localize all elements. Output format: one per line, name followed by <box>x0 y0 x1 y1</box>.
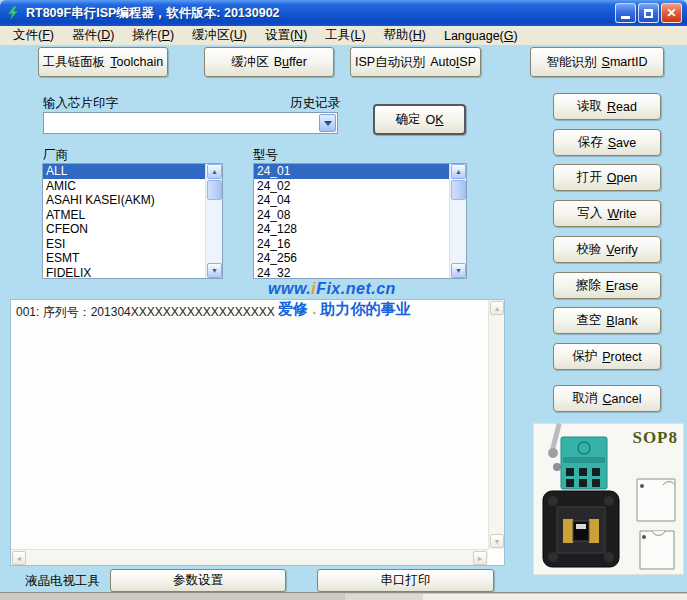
minimize-button[interactable] <box>615 3 636 23</box>
list-item[interactable]: CFEON <box>43 222 205 237</box>
manufacturer-scrollbar[interactable]: ▲ ▼ <box>205 164 222 278</box>
list-item[interactable]: ATMEL <box>43 208 205 223</box>
menu-item-settings[interactable]: 设置(N) <box>256 27 316 44</box>
model-label: 型号 <box>253 147 278 164</box>
scroll-down-icon[interactable]: ▼ <box>451 263 466 278</box>
list-item[interactable]: 24_04 <box>254 193 449 208</box>
chip-input-label: 输入芯片印字 <box>43 95 118 112</box>
protect-button[interactable]: 保护Protect <box>553 343 661 370</box>
log-vertical-scrollbar[interactable]: ▲ ▼ <box>488 300 504 549</box>
window-controls: ✕ <box>615 3 682 23</box>
menu-item-device[interactable]: 器件(D) <box>63 27 123 44</box>
close-button[interactable]: ✕ <box>661 3 682 23</box>
write-button[interactable]: 写入Write <box>553 200 661 227</box>
list-item[interactable]: 24_02 <box>254 179 449 194</box>
menu-item-language[interactable]: Language(G) <box>435 29 527 43</box>
scrollbar-thumb[interactable] <box>451 180 466 200</box>
read-button[interactable]: 读取Read <box>553 93 661 120</box>
model-scrollbar[interactable]: ▲ ▼ <box>449 164 466 278</box>
smartid-button[interactable]: 智能识别SmartID <box>530 47 664 77</box>
manufacturer-listbox[interactable]: ALL AMIC ASAHI KASEI(AKM) ATMEL CFEON ES… <box>42 163 223 279</box>
watermark-slogan: 爱修 . 助力你的事业 <box>278 300 411 319</box>
open-button[interactable]: 打开Open <box>553 164 661 191</box>
list-item[interactable]: ASAHI KASEI(AKM) <box>43 193 205 208</box>
sop8-caption: SOP8 <box>632 428 678 448</box>
menu-item-buffer[interactable]: 缓冲区(U) <box>183 27 256 44</box>
list-item[interactable]: ESI <box>43 237 205 252</box>
list-item[interactable]: FIDELIX <box>43 266 205 280</box>
autoisp-button[interactable]: ISP自动识别AutoISP <box>350 47 481 77</box>
list-item[interactable]: ESMT <box>43 251 205 266</box>
scroll-up-icon[interactable]: ▲ <box>451 164 466 179</box>
list-item[interactable]: 24_01 <box>254 164 449 179</box>
scroll-up-icon[interactable]: ▲ <box>490 301 504 315</box>
app-icon <box>5 5 21 21</box>
window-title: RT809F串行ISP编程器，软件版本: 20130902 <box>26 5 280 22</box>
scroll-up-icon[interactable]: ▲ <box>207 164 222 179</box>
close-icon: ✕ <box>666 7 676 19</box>
list-item[interactable]: AMIC <box>43 179 205 194</box>
scroll-down-icon[interactable]: ▼ <box>490 534 504 548</box>
model-listbox[interactable]: 24_01 24_02 24_04 24_08 24_128 24_16 24_… <box>253 163 467 279</box>
menu-item-operation[interactable]: 操作(P) <box>123 27 183 44</box>
watermark-url: www.iFix.net.cn <box>268 280 396 298</box>
maximize-icon <box>644 9 653 18</box>
list-item[interactable]: 24_08 <box>254 208 449 223</box>
minimize-icon <box>621 16 630 19</box>
chevron-down-icon <box>324 121 332 126</box>
menu-item-file[interactable]: 文件(F) <box>4 27 63 44</box>
scrollbar-thumb[interactable] <box>207 180 222 200</box>
titlebar[interactable]: RT809F串行ISP编程器，软件版本: 20130902 ✕ <box>0 0 687 26</box>
toolchain-button[interactable]: 工具链面板Toolchain <box>38 47 168 77</box>
save-button[interactable]: 保存Save <box>553 129 661 156</box>
scroll-down-icon[interactable]: ▼ <box>207 263 222 278</box>
maximize-button[interactable] <box>638 3 659 23</box>
buffer-button[interactable]: 缓冲区Buffer <box>204 47 334 77</box>
socket-photo: SOP8 <box>533 423 684 575</box>
blank-button[interactable]: 查空Blank <box>553 307 661 334</box>
log-horizontal-scrollbar[interactable]: ◄ ► <box>11 549 488 565</box>
manufacturer-label: 厂商 <box>43 147 68 164</box>
log-textarea[interactable]: 001: 序列号：201304XXXXXXXXXXXXXXXXXX ▲ ▼ ◄ … <box>10 299 505 566</box>
menubar: 文件(F) 器件(D) 操作(P) 缓冲区(U) 设置(N) 工具(L) 帮助(… <box>0 26 687 45</box>
menu-item-help[interactable]: 帮助(H) <box>375 27 435 44</box>
verify-button[interactable]: 校验Verify <box>553 236 661 263</box>
serial-number-line: 001: 序列号：201304XXXXXXXXXXXXXXXXXX <box>16 304 275 321</box>
scroll-right-icon[interactable]: ► <box>473 551 487 565</box>
list-item[interactable]: 24_16 <box>254 237 449 252</box>
history-label: 历史记录 <box>290 95 340 112</box>
list-item[interactable]: 24_128 <box>254 222 449 237</box>
ok-button[interactable]: 确定OK <box>373 104 466 135</box>
cancel-button[interactable]: 取消Cancel <box>553 385 661 412</box>
history-dropdown-button[interactable] <box>319 114 336 132</box>
lcd-tv-tools-label: 液晶电视工具 <box>25 573 100 590</box>
chip-input-combobox[interactable] <box>43 112 338 134</box>
menu-item-tools[interactable]: 工具(L) <box>316 27 374 44</box>
list-item[interactable]: 24_32 <box>254 266 449 280</box>
list-item[interactable]: 24_256 <box>254 251 449 266</box>
param-settings-button[interactable]: 参数设置 <box>110 569 286 592</box>
erase-button[interactable]: 擦除Erase <box>553 272 661 299</box>
scroll-left-icon[interactable]: ◄ <box>12 551 26 565</box>
taskbar-sliver <box>0 592 687 600</box>
serial-print-button[interactable]: 串口打印 <box>317 569 494 592</box>
list-item[interactable]: ALL <box>43 164 205 179</box>
app-window: RT809F串行ISP编程器，软件版本: 20130902 ✕ 文件(F) 器件… <box>0 0 687 600</box>
